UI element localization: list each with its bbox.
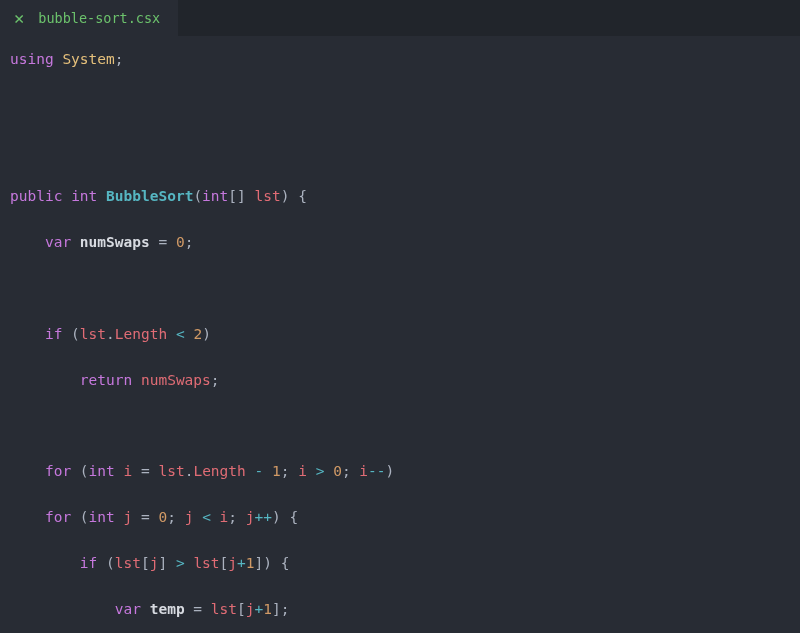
close-icon[interactable]: ✕	[14, 10, 24, 27]
ns-system: System	[62, 51, 114, 67]
tab-filename: bubble-sort.csx	[38, 10, 160, 26]
fn-bubblesort: BubbleSort	[106, 188, 193, 204]
file-tab[interactable]: ✕ bubble-sort.csx	[0, 0, 178, 36]
code-editor[interactable]: using System; public int BubbleSort(int[…	[0, 36, 800, 633]
tab-bar: ✕ bubble-sort.csx	[0, 0, 800, 36]
kw-using: using	[10, 51, 54, 67]
